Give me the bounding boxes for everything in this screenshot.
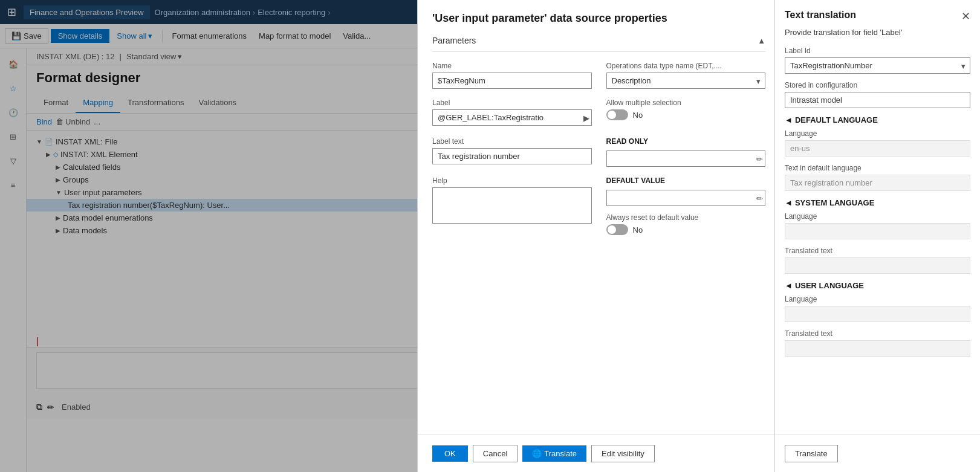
form-group-name: Name (432, 62, 592, 89)
always-reset-section: Always reset to default value No (606, 213, 766, 235)
label-id-select-wrapper: TaxRegistrationNumber (785, 57, 970, 74)
form-row-name-ops: Name Operations data type name (EDT,....… (432, 62, 765, 89)
name-label: Name (432, 62, 592, 70)
form-row-label-allow: Label ▶ Allow multiple selection No (432, 99, 765, 128)
form-row-help-default: Help DEFAULT VALUE ✏ Always reset to def… (432, 176, 765, 242)
readonly-input-wrapper: ✏ (606, 150, 766, 167)
always-reset-no: No (633, 225, 643, 234)
label-text-label: Label text (432, 137, 592, 146)
system-language-section[interactable]: ◄ SYSTEM LANGUAGE (785, 198, 970, 207)
text-default-input (785, 175, 970, 191)
close-button[interactable]: ✕ (961, 10, 970, 23)
user-translated-input (785, 340, 970, 357)
system-translated-label: Translated text (785, 247, 970, 255)
form-row-labeltext-readonly: Label text READ ONLY ✏ (432, 137, 765, 167)
readonly-edit-icon[interactable]: ✏ (756, 154, 763, 163)
form-group-readonly: READ ONLY ✏ (606, 137, 766, 167)
default-lang-label: Language (785, 129, 970, 138)
default-language-section[interactable]: ◄ DEFAULT LANGUAGE (785, 115, 970, 124)
translate-button[interactable]: 🌐 Translate (522, 445, 586, 462)
ok-button[interactable]: OK (432, 445, 468, 462)
translate-icon: 🌐 (532, 449, 542, 458)
section-header: Parameters ▲ (432, 30, 765, 52)
default-value-wrapper: ✏ (606, 190, 766, 206)
right-panel-subtitle: Provide translation for field 'Label' (775, 28, 980, 37)
default-value-section-label: DEFAULT VALUE (606, 176, 766, 185)
params-section-title: Parameters (432, 36, 476, 45)
user-lang-arrow: ◄ (785, 281, 793, 290)
right-panel-footer: Translate (775, 435, 980, 472)
stored-label: Stored in configuration (785, 81, 970, 89)
user-input-dialog: 'User input parameter' data source prope… (417, 0, 780, 472)
right-system-lang-group: Language (785, 212, 970, 239)
cancel-button[interactable]: Cancel (473, 445, 518, 462)
form-group-label-text: Label text (432, 137, 592, 167)
right-panel: Text translation ✕ Provide translation f… (774, 0, 980, 472)
user-lang-input (785, 306, 970, 322)
default-lang-arrow: ◄ (785, 115, 793, 124)
allow-multiple-toggle[interactable] (606, 109, 628, 120)
translate-right-button[interactable]: Translate (785, 445, 838, 462)
allow-multiple-no: No (633, 111, 643, 120)
system-lang-arrow: ◄ (785, 198, 793, 207)
operations-select-wrapper: Description (606, 73, 766, 89)
form-group-label: Label ▶ (432, 99, 592, 128)
help-textarea[interactable] (432, 187, 592, 224)
form-group-allow-multiple: Allow multiple selection No (606, 99, 766, 128)
right-panel-form: Label Id TaxRegistrationNumber Stored in… (775, 47, 980, 364)
label-id-label: Label Id (785, 47, 970, 55)
always-reset-toggle-row: No (606, 224, 766, 235)
operations-label: Operations data type name (EDT,.... (606, 62, 766, 70)
user-language-section[interactable]: ◄ USER LANGUAGE (785, 281, 970, 290)
form-group-default: DEFAULT VALUE ✏ Always reset to default … (606, 176, 766, 242)
readonly-input[interactable] (606, 150, 766, 167)
label-label: Label (432, 99, 592, 107)
label-input-wrapper: ▶ (432, 109, 592, 126)
always-reset-toggle[interactable] (606, 224, 628, 235)
right-text-default-group: Text in default language (785, 164, 970, 191)
text-default-label: Text in default language (785, 164, 970, 172)
form-group-help: Help (432, 176, 592, 242)
right-label-id-group: Label Id TaxRegistrationNumber (785, 47, 970, 74)
user-lang-label-field: Language (785, 295, 970, 303)
edit-visibility-button[interactable]: Edit visibility (591, 445, 655, 462)
allow-multiple-toggle-row: No (606, 109, 766, 120)
form-group-operations: Operations data type name (EDT,.... Desc… (606, 62, 766, 89)
operations-select[interactable]: Description (606, 73, 766, 89)
dialog-title: 'User input parameter' data source prope… (432, 12, 765, 25)
right-user-lang-group: Language (785, 295, 970, 322)
right-user-translated-group: Translated text (785, 329, 970, 357)
stored-input[interactable] (785, 92, 970, 108)
default-edit-icon[interactable]: ✏ (756, 193, 763, 202)
user-translated-label: Translated text (785, 329, 970, 338)
readonly-section-label: READ ONLY (606, 137, 766, 146)
right-system-translated-group: Translated text (785, 247, 970, 274)
right-stored-group: Stored in configuration (785, 81, 970, 108)
allow-multiple-label: Allow multiple selection (606, 99, 766, 107)
name-input[interactable] (432, 73, 592, 89)
system-lang-input (785, 223, 970, 239)
always-reset-label: Always reset to default value (606, 213, 766, 222)
dialog-footer: OK Cancel 🌐 Translate Edit visibility (418, 435, 780, 472)
right-panel-header: Text translation ✕ (775, 0, 980, 28)
label-edit-icon[interactable]: ▶ (583, 113, 589, 122)
dialog-header: 'User input parameter' data source prope… (418, 0, 780, 30)
right-panel-title: Text translation (785, 10, 856, 21)
default-lang-input (785, 140, 970, 157)
label-input[interactable] (432, 109, 592, 126)
collapse-icon[interactable]: ▲ (758, 36, 765, 45)
system-lang-label-field: Language (785, 212, 970, 221)
label-text-input[interactable] (432, 148, 592, 164)
help-label: Help (432, 176, 592, 185)
default-value-input[interactable] (606, 190, 766, 206)
params-section: Parameters ▲ Name Operations data type n… (418, 30, 780, 435)
system-translated-input (785, 257, 970, 274)
label-id-select[interactable]: TaxRegistrationNumber (785, 57, 970, 74)
right-default-lang-group: Language (785, 129, 970, 157)
